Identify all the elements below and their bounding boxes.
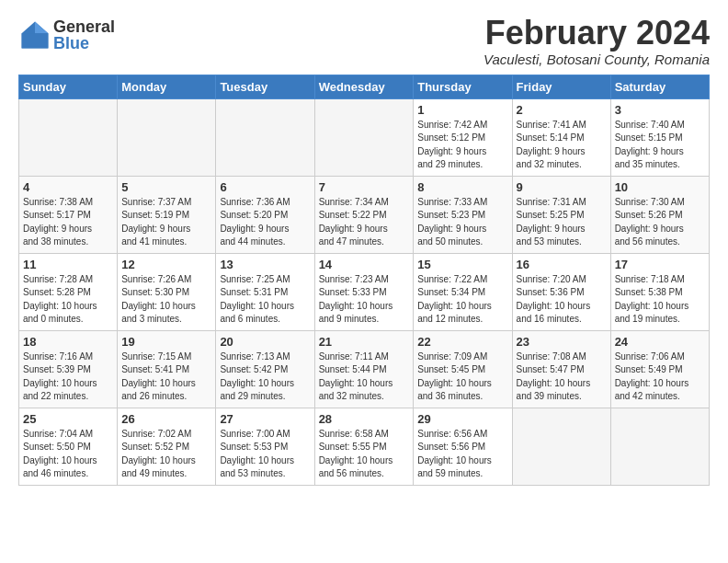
- day-info: Sunrise: 7:15 AM Sunset: 5:41 PM Dayligh…: [121, 350, 211, 404]
- logo-text: General Blue: [53, 18, 115, 52]
- day-number: 5: [121, 180, 211, 194]
- calendar-cell: 2Sunrise: 7:41 AM Sunset: 5:14 PM Daylig…: [512, 98, 610, 176]
- calendar-week-row: 4Sunrise: 7:38 AM Sunset: 5:17 PM Daylig…: [19, 176, 710, 253]
- day-number: 12: [121, 258, 211, 271]
- calendar-cell: 9Sunrise: 7:31 AM Sunset: 5:25 PM Daylig…: [512, 176, 610, 253]
- weekday-header: Sunday: [19, 75, 118, 98]
- day-info: Sunrise: 7:28 AM Sunset: 5:28 PM Dayligh…: [23, 273, 113, 327]
- calendar-cell: 18Sunrise: 7:16 AM Sunset: 5:39 PM Dayli…: [19, 330, 118, 408]
- day-number: 17: [615, 258, 705, 271]
- calendar-cell: 6Sunrise: 7:36 AM Sunset: 5:20 PM Daylig…: [216, 176, 314, 253]
- calendar-cell: 17Sunrise: 7:18 AM Sunset: 5:38 PM Dayli…: [610, 253, 709, 330]
- calendar-cell: 25Sunrise: 7:04 AM Sunset: 5:50 PM Dayli…: [19, 408, 118, 485]
- day-info: Sunrise: 7:40 AM Sunset: 5:15 PM Dayligh…: [615, 119, 705, 172]
- main-title: February 2024: [483, 15, 710, 52]
- calendar-table: SundayMondayTuesdayWednesdayThursdayFrid…: [18, 75, 710, 486]
- title-area: February 2024 Vaculesti, Botosani County…: [483, 15, 710, 67]
- day-info: Sunrise: 7:18 AM Sunset: 5:38 PM Dayligh…: [615, 273, 705, 327]
- day-info: Sunrise: 7:31 AM Sunset: 5:25 PM Dayligh…: [517, 196, 607, 249]
- calendar-cell: 20Sunrise: 7:13 AM Sunset: 5:42 PM Dayli…: [216, 330, 314, 408]
- logo-general: General: [53, 18, 115, 35]
- day-info: Sunrise: 7:04 AM Sunset: 5:50 PM Dayligh…: [23, 428, 113, 481]
- day-number: 9: [517, 180, 607, 194]
- day-number: 1: [417, 103, 507, 117]
- day-info: Sunrise: 7:08 AM Sunset: 5:47 PM Dayligh…: [517, 350, 607, 404]
- day-info: Sunrise: 6:56 AM Sunset: 5:56 PM Dayligh…: [417, 428, 507, 481]
- weekday-header: Tuesday: [216, 75, 314, 98]
- day-number: 15: [417, 258, 507, 271]
- day-number: 14: [319, 258, 410, 271]
- calendar-header-row: SundayMondayTuesdayWednesdayThursdayFrid…: [19, 75, 710, 98]
- calendar-cell: 19Sunrise: 7:15 AM Sunset: 5:41 PM Dayli…: [118, 330, 216, 408]
- day-number: 28: [319, 412, 410, 426]
- day-number: 19: [121, 335, 211, 349]
- day-info: Sunrise: 7:37 AM Sunset: 5:19 PM Dayligh…: [121, 196, 211, 249]
- calendar-cell: 15Sunrise: 7:22 AM Sunset: 5:34 PM Dayli…: [414, 253, 512, 330]
- calendar-cell: 11Sunrise: 7:28 AM Sunset: 5:28 PM Dayli…: [19, 253, 118, 330]
- logo-icon: [18, 18, 51, 52]
- day-number: 2: [517, 103, 607, 117]
- calendar-cell: 23Sunrise: 7:08 AM Sunset: 5:47 PM Dayli…: [512, 330, 610, 408]
- weekday-header: Thursday: [414, 75, 512, 98]
- calendar-cell: 29Sunrise: 6:56 AM Sunset: 5:56 PM Dayli…: [414, 408, 512, 485]
- day-number: 8: [417, 180, 507, 194]
- calendar-cell: [610, 408, 709, 485]
- day-info: Sunrise: 7:38 AM Sunset: 5:17 PM Dayligh…: [23, 196, 113, 249]
- calendar-week-row: 25Sunrise: 7:04 AM Sunset: 5:50 PM Dayli…: [19, 408, 710, 485]
- calendar-cell: [216, 98, 314, 176]
- day-number: 20: [220, 335, 310, 349]
- day-info: Sunrise: 7:26 AM Sunset: 5:30 PM Dayligh…: [121, 273, 211, 327]
- calendar-cell: 13Sunrise: 7:25 AM Sunset: 5:31 PM Dayli…: [216, 253, 314, 330]
- calendar-cell: 27Sunrise: 7:00 AM Sunset: 5:53 PM Dayli…: [216, 408, 314, 485]
- day-info: Sunrise: 6:58 AM Sunset: 5:55 PM Dayligh…: [319, 428, 410, 481]
- calendar-cell: [19, 98, 118, 176]
- logo-blue: Blue: [53, 35, 115, 52]
- day-number: 4: [23, 180, 113, 194]
- day-number: 6: [220, 180, 310, 194]
- day-info: Sunrise: 7:34 AM Sunset: 5:22 PM Dayligh…: [319, 196, 410, 249]
- day-info: Sunrise: 7:42 AM Sunset: 5:12 PM Dayligh…: [417, 119, 507, 172]
- calendar-cell: [314, 98, 414, 176]
- day-info: Sunrise: 7:16 AM Sunset: 5:39 PM Dayligh…: [23, 350, 113, 404]
- calendar-cell: 21Sunrise: 7:11 AM Sunset: 5:44 PM Dayli…: [314, 330, 414, 408]
- calendar-cell: 10Sunrise: 7:30 AM Sunset: 5:26 PM Dayli…: [610, 176, 709, 253]
- day-number: 16: [517, 258, 607, 271]
- day-info: Sunrise: 7:13 AM Sunset: 5:42 PM Dayligh…: [220, 350, 310, 404]
- calendar-cell: 7Sunrise: 7:34 AM Sunset: 5:22 PM Daylig…: [314, 176, 414, 253]
- calendar-cell: 8Sunrise: 7:33 AM Sunset: 5:23 PM Daylig…: [414, 176, 512, 253]
- day-info: Sunrise: 7:23 AM Sunset: 5:33 PM Dayligh…: [319, 273, 410, 327]
- svg-marker-1: [35, 22, 48, 34]
- day-info: Sunrise: 7:06 AM Sunset: 5:49 PM Dayligh…: [615, 350, 705, 404]
- day-info: Sunrise: 7:09 AM Sunset: 5:45 PM Dayligh…: [417, 350, 507, 404]
- day-number: 7: [319, 180, 410, 194]
- calendar-cell: 1Sunrise: 7:42 AM Sunset: 5:12 PM Daylig…: [414, 98, 512, 176]
- day-info: Sunrise: 7:22 AM Sunset: 5:34 PM Dayligh…: [417, 273, 507, 327]
- calendar-cell: 4Sunrise: 7:38 AM Sunset: 5:17 PM Daylig…: [19, 176, 118, 253]
- day-number: 13: [220, 258, 310, 271]
- day-number: 23: [517, 335, 607, 349]
- weekday-header: Monday: [118, 75, 216, 98]
- day-info: Sunrise: 7:33 AM Sunset: 5:23 PM Dayligh…: [417, 196, 507, 249]
- day-info: Sunrise: 7:02 AM Sunset: 5:52 PM Dayligh…: [121, 428, 211, 481]
- calendar-week-row: 1Sunrise: 7:42 AM Sunset: 5:12 PM Daylig…: [19, 98, 710, 176]
- day-number: 29: [417, 412, 507, 426]
- weekday-header: Saturday: [610, 75, 709, 98]
- day-number: 21: [319, 335, 410, 349]
- day-info: Sunrise: 7:36 AM Sunset: 5:20 PM Dayligh…: [220, 196, 310, 249]
- day-number: 11: [23, 258, 113, 271]
- logo: General Blue: [18, 18, 115, 52]
- day-number: 22: [417, 335, 507, 349]
- page-header: General Blue February 2024 Vaculesti, Bo…: [18, 15, 710, 67]
- calendar-cell: 3Sunrise: 7:40 AM Sunset: 5:15 PM Daylig…: [610, 98, 709, 176]
- day-info: Sunrise: 7:41 AM Sunset: 5:14 PM Dayligh…: [517, 119, 607, 172]
- day-number: 26: [121, 412, 211, 426]
- day-number: 3: [615, 103, 705, 117]
- calendar-cell: 26Sunrise: 7:02 AM Sunset: 5:52 PM Dayli…: [118, 408, 216, 485]
- calendar-cell: [118, 98, 216, 176]
- calendar-cell: 28Sunrise: 6:58 AM Sunset: 5:55 PM Dayli…: [314, 408, 414, 485]
- day-number: 18: [23, 335, 113, 349]
- weekday-header: Friday: [512, 75, 610, 98]
- calendar-cell: 24Sunrise: 7:06 AM Sunset: 5:49 PM Dayli…: [610, 330, 709, 408]
- day-info: Sunrise: 7:20 AM Sunset: 5:36 PM Dayligh…: [517, 273, 607, 327]
- calendar-week-row: 11Sunrise: 7:28 AM Sunset: 5:28 PM Dayli…: [19, 253, 710, 330]
